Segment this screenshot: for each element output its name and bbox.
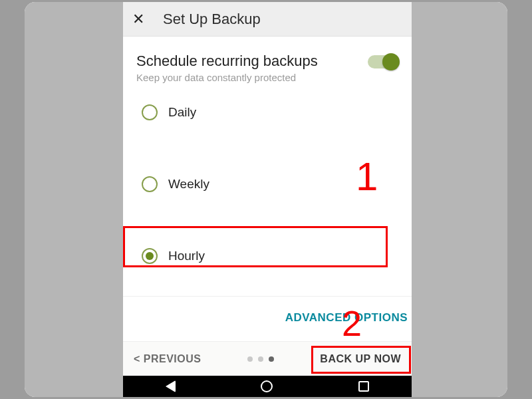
phone-screen: ✕ Set Up Backup Schedule recurring backu… <box>123 2 412 397</box>
option-label: Hourly <box>168 249 205 263</box>
nav-recent-icon[interactable] <box>358 381 369 392</box>
annotation-number-1: 1 <box>356 154 378 200</box>
dot-icon <box>247 356 253 362</box>
annotation-number-2: 2 <box>342 303 362 344</box>
radio-icon <box>142 176 158 192</box>
dot-icon <box>258 356 263 362</box>
schedule-subtitle: Keep your data constantly protected <box>136 72 318 83</box>
page-dots <box>247 356 274 362</box>
dot-active-icon <box>269 356 274 362</box>
android-navbar <box>123 376 412 397</box>
toggle-knob-icon <box>382 53 400 70</box>
schedule-title: Schedule recurring backups <box>136 53 318 70</box>
letterbox-right <box>412 2 507 397</box>
app-header: ✕ Set Up Backup <box>123 2 412 37</box>
close-icon[interactable]: ✕ <box>132 11 151 28</box>
previous-button[interactable]: < PREVIOUS <box>134 353 201 365</box>
page-title: Set Up Backup <box>163 11 261 28</box>
advanced-options-link[interactable]: ADVANCED OPTIONS <box>123 296 412 342</box>
wizard-footer: < PREVIOUS BACK UP NOW <box>123 341 412 376</box>
backup-now-button[interactable]: BACK UP NOW <box>320 353 401 365</box>
nav-back-icon[interactable] <box>166 380 176 392</box>
option-label: Daily <box>168 105 196 120</box>
radio-icon <box>142 104 158 120</box>
option-hourly[interactable]: Hourly <box>136 239 398 273</box>
schedule-toggle[interactable] <box>368 55 398 68</box>
nav-home-icon[interactable] <box>261 380 273 392</box>
option-label: Weekly <box>168 177 209 192</box>
letterbox-left <box>25 2 123 397</box>
radio-selected-icon <box>142 248 158 264</box>
tutorial-frame: ✕ Set Up Backup Schedule recurring backu… <box>25 2 507 397</box>
option-daily[interactable]: Daily <box>136 95 398 130</box>
